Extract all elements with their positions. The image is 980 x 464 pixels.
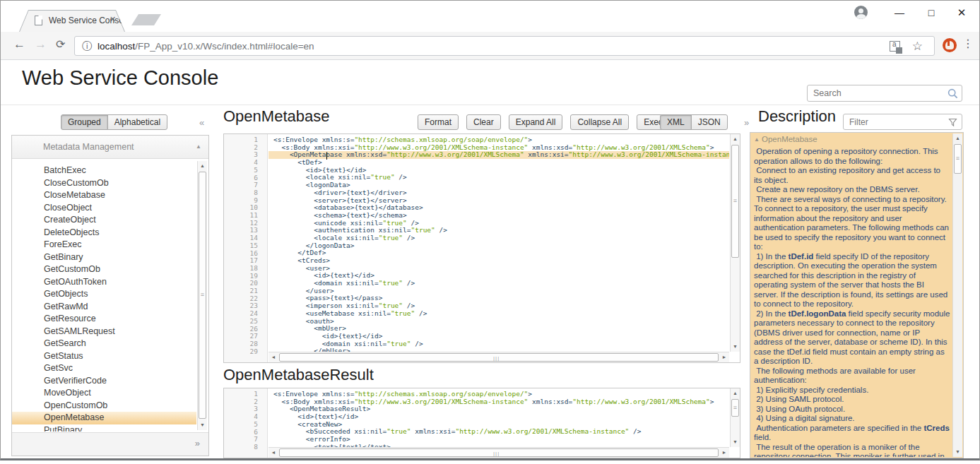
alphabetical-view-button[interactable]: Alphabetical [107,114,167,130]
browser-window: Web Service Console ✕ — □ ✕ ← → ⟳ ⓘ loca… [0,0,980,460]
list-item[interactable]: GetObjects [12,288,196,301]
tab-close-icon[interactable]: ✕ [110,15,116,24]
list-item[interactable]: ForeExec [12,239,196,251]
scroll-up-icon: ▲ [731,388,740,398]
list-item[interactable]: GetSvc [12,362,196,375]
description-paragraph: Create a new repository on the DBMS serv… [754,185,950,195]
list-item[interactable]: GetResource [12,313,196,326]
description-text: Operation of opening a repository connec… [754,147,950,457]
filter-input[interactable] [849,115,941,129]
list-item[interactable]: DeleteObjects [12,227,196,239]
search-icon[interactable] [947,88,958,99]
clear-button[interactable]: Clear [466,114,501,130]
scroll-grip[interactable]: ||| [493,354,500,361]
address-bar[interactable]: ⓘ localhost/FP_App_v10.x/Wsc/index.html#… [74,36,935,56]
list-item[interactable]: GetVerifierCode [12,375,196,388]
scroll-left-icon: ◄ [268,352,278,362]
description-scrollbar[interactable]: ▲ ≡ ▼ [952,133,962,457]
expand-footer-icon[interactable]: » [195,438,200,448]
browser-menu-icon[interactable]: ⋮ [962,37,974,50]
code-line: <domain xsi:nil="true" /> [268,280,729,287]
scroll-up-icon: ▲ [953,133,962,143]
list-item[interactable]: CloseObject [12,202,196,215]
list-item[interactable]: GetSAMLRequest [12,326,196,338]
tab-title: Web Service Console [49,16,130,25]
bookmark-star-icon[interactable]: ☆ [912,39,923,54]
extension-icon[interactable] [943,38,957,52]
group-header[interactable]: Metadata Management ▲ [12,136,208,159]
collapse-sidebar-icon[interactable]: « [199,117,204,128]
list-item[interactable]: CloseMetabase [12,189,196,202]
collapse-group-icon[interactable]: ▲ [196,143,201,150]
request-horizontal-scrollbar[interactable]: ◄ ||| ► [268,352,729,362]
tab-strip: Web Service Console ✕ — □ ✕ [1,1,979,32]
browser-tab[interactable]: Web Service Console ✕ [19,10,125,32]
reload-button[interactable]: ⟳ [56,37,65,51]
list-item[interactable]: CloseCustomOb [12,177,196,190]
result-code-editor[interactable]: 12345678 <s:Envelope xmlns:s="http://sch… [223,388,740,458]
profile-icon[interactable] [854,6,868,19]
window-close-button[interactable]: ✕ [952,4,971,21]
request-code[interactable]: <s:Envelope xmlns:s="http://schemas.xmls… [268,134,729,362]
format-button[interactable]: Format [418,114,459,130]
list-item[interactable]: GetCustomOb [12,263,196,276]
page-favicon-icon [35,16,42,25]
result-title: OpenMetabaseResult [223,366,374,384]
scroll-grip[interactable]: ||| [493,449,500,456]
json-format-button[interactable]: JSON [691,114,728,130]
scroll-grip[interactable]: ≡ [732,404,738,411]
scroll-right-icon: ► [719,352,729,362]
editor-actions: FormatClearExpand AllCollapse AllExecute [418,114,681,130]
page-info-icon[interactable]: ⓘ [82,40,92,53]
scroll-grip[interactable]: ≡ [955,155,961,162]
request-vertical-scrollbar[interactable]: ▲ ≡ ▼ [730,134,740,352]
view-toggle: Grouped Alphabetical [61,114,167,130]
list-item[interactable]: OpenMetabase [12,412,196,424]
description-paragraph: 2) In the tDef.logonData field specify s… [754,309,950,367]
list-item[interactable]: BatchExec [12,165,196,177]
list-scrollbar[interactable]: ▲ ≡ ▼ [197,161,207,430]
list-item[interactable]: GetBinary [12,251,196,264]
list-item[interactable]: OpenCustomOb [12,400,196,412]
xml-format-button[interactable]: XML [660,114,692,130]
collapse-all-button[interactable]: Collapse All [570,114,629,130]
request-code-editor[interactable]: 1234567891011121314151617181920212223242… [223,133,740,363]
forward-button: → [35,37,47,52]
description-paragraph: 2) Using SAML protocol. [754,395,950,405]
scroll-grip[interactable]: ≡ [199,291,206,298]
maximize-button[interactable]: □ [922,4,940,21]
list-item[interactable]: PutBinary [12,424,196,432]
scroll-grip[interactable]: ≡ [732,197,738,204]
search-input[interactable] [813,86,940,100]
code-line: <tCreds> [268,257,729,265]
description-paragraph: The following methods are available for … [754,367,950,386]
new-tab-button[interactable] [131,14,161,25]
description-paragraph: 4) Using a digital signature. [754,414,950,424]
result-horizontal-scrollbar[interactable]: ◄ ||| ► [268,447,729,458]
filter-box[interactable] [843,114,962,130]
grouped-view-button[interactable]: Grouped [61,114,108,130]
translate-icon[interactable] [890,41,900,52]
search-box[interactable] [807,85,962,102]
scroll-up-icon: ▲ [731,134,740,144]
collapse-section-icon[interactable]: ▲ [754,136,760,143]
filter-funnel-icon[interactable] [948,118,957,127]
scroll-up-icon: ▲ [198,161,207,171]
expand-all-button[interactable]: Expand All [509,114,563,130]
list-item[interactable]: CreateObject [12,214,196,227]
url-text: localhost/FP_App_v10.x/Wsc/index.html#lo… [98,41,314,52]
scroll-down-icon: ▼ [731,342,740,352]
description-paragraph: To connect to a repository, the user mus… [754,204,950,252]
scroll-down-icon: ▼ [731,437,740,447]
list-item[interactable]: GetStatus [12,350,196,363]
description-section-header[interactable]: ▲ OpenMetabase [750,133,952,146]
list-item[interactable]: GetOAuthToken [12,276,196,289]
back-button[interactable]: ← [13,37,25,52]
result-vertical-scrollbar[interactable]: ▲ ≡ ▼ [730,388,740,447]
expand-description-icon[interactable]: » [744,117,749,128]
list-item[interactable]: MoveObject [12,387,196,400]
list-item[interactable]: GetRawMd [12,301,196,314]
minimize-button[interactable]: — [890,4,909,21]
service-sidebar: Metadata Management ▲ BatchExecCloseCust… [11,135,209,456]
list-item[interactable]: GetSearch [12,338,196,350]
